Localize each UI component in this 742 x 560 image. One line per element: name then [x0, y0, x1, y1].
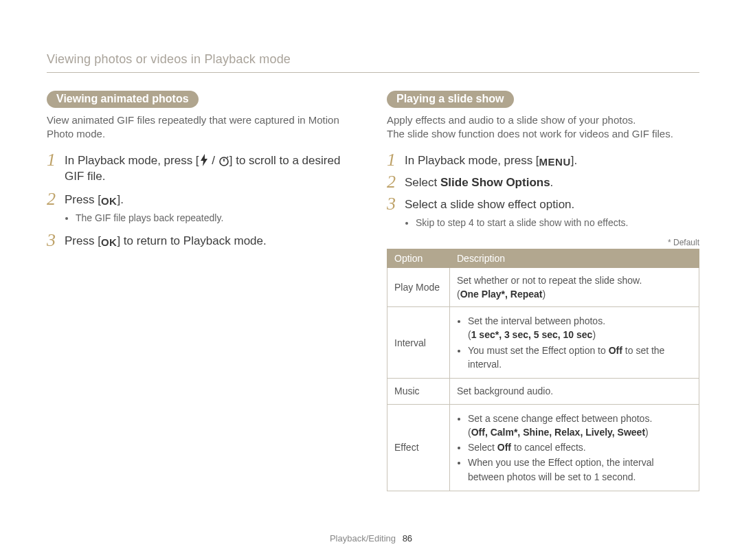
text: to cancel effects. [511, 442, 586, 453]
step-text: Press [OK]. [65, 192, 359, 208]
text: Set whether or not to repeat the slide s… [457, 275, 642, 286]
bold-text: Off, Calm*, Shine, Relax, Lively, Sweet [471, 427, 645, 438]
manual-page: Viewing photos or videos in Playback mod… [0, 0, 742, 560]
opt-desc: Set a scene change effect between photos… [450, 404, 699, 491]
right-step-3-note: Skip to step 4 to start a slide show wit… [405, 217, 699, 228]
text: In Playback mode, press [ [65, 154, 199, 167]
text: . [550, 176, 554, 189]
opt-name: Play Mode [387, 267, 450, 307]
left-step-2-note: The GIF file plays back repeatedly. [65, 212, 359, 223]
bold-text: One Play*, Repeat [460, 289, 543, 300]
left-step-2: 2 Press [OK]. [47, 192, 359, 208]
text: ]. [571, 154, 577, 167]
text: ] to return to Playback mode. [117, 234, 266, 247]
left-intro-text: View animated GIF files repeatedly that … [47, 113, 359, 142]
list-item: Set a scene change effect between photos… [468, 412, 692, 440]
section-heading-left: Viewing animated photos [47, 91, 199, 108]
page-number: 86 [403, 533, 412, 544]
right-intro-text: Apply effects and audio to a slide show … [387, 113, 699, 142]
opt-name: Effect [387, 404, 450, 491]
step-text: In Playback mode, press [MENU]. [405, 153, 699, 169]
table-row: Interval Set the interval between photos… [387, 307, 699, 379]
text: The slide show function does not work fo… [387, 128, 673, 139]
header-rule [47, 72, 699, 73]
text: You must set the Effect option to [468, 345, 609, 356]
step-number: 3 [47, 232, 65, 249]
right-column: Playing a slide show Apply effects and a… [387, 91, 699, 491]
right-step-2: 2 Select Slide Show Options. [387, 175, 699, 191]
list-item: When you use the Effect option, the inte… [468, 456, 692, 484]
flash-icon [199, 154, 209, 167]
page-footer: Playback/Editing 86 [0, 533, 742, 544]
opt-name: Music [387, 379, 450, 404]
right-step-1: 1 In Playback mode, press [MENU]. [387, 153, 699, 169]
step-number: 2 [47, 190, 65, 208]
text: ]. [117, 193, 123, 206]
step-number: 2 [387, 173, 405, 191]
right-step-3: 3 Select a slide show effect option. [387, 197, 699, 213]
bold-text: Off [609, 345, 622, 356]
table-row: Music Set background audio. [387, 379, 699, 404]
step-text: Press [OK] to return to Playback mode. [65, 233, 359, 249]
left-step-3: 3 Press [OK] to return to Playback mode. [47, 233, 359, 249]
opt-desc: Set background audio. [450, 379, 699, 404]
opt-desc: Set the interval between photos. (1 sec*… [450, 307, 699, 379]
list-item: Select Off to cancel effects. [468, 440, 692, 454]
left-step-1: 1 In Playback mode, press [ / ] to scrol… [47, 153, 359, 186]
step-text: Select a slide show effect option. [405, 197, 699, 213]
list-item: Set the interval between photos. (1 sec*… [468, 314, 692, 342]
ok-icon: OK [101, 235, 117, 249]
table-row: Effect Set a scene change effect between… [387, 404, 699, 491]
step-number: 3 [387, 195, 405, 213]
text: Press [ [65, 193, 101, 206]
step-text: In Playback mode, press [ / ] to scroll … [65, 153, 359, 186]
left-column: Viewing animated photos View animated GI… [47, 91, 359, 491]
bold-text: Slide Show Options [440, 176, 550, 189]
default-marker: * Default [387, 238, 699, 247]
note-text: The GIF file plays back repeatedly. [76, 212, 359, 223]
slash: / [209, 154, 218, 167]
bold-text: Off [497, 442, 511, 453]
table-row: Play Mode Set whether or not to repeat t… [387, 267, 699, 307]
text: Press [ [65, 234, 101, 247]
ok-icon: OK [101, 194, 117, 208]
text: Apply effects and audio to a slide show … [387, 114, 636, 126]
timer-icon [218, 154, 229, 167]
text: Set the interval between photos. [468, 315, 605, 326]
footer-section: Playback/Editing [330, 533, 396, 544]
opt-desc: Set whether or not to repeat the slide s… [450, 267, 699, 307]
svg-line-2 [227, 157, 228, 158]
note-text: Skip to step 4 to start a slide show wit… [416, 217, 699, 228]
step-number: 1 [387, 151, 405, 169]
text: Select [405, 176, 440, 189]
th-description: Description [450, 249, 699, 267]
two-column-layout: Viewing animated photos View animated GI… [47, 91, 699, 491]
th-option: Option [387, 249, 450, 267]
options-table: Option Description Play Mode Set whether… [387, 249, 699, 492]
text: In Playback mode, press [ [405, 154, 539, 167]
text: Select [468, 442, 497, 453]
bold-text: 1 sec*, 3 sec, 5 sec, 10 sec [471, 329, 593, 340]
step-text: Select Slide Show Options. [405, 175, 699, 191]
page-header: Viewing photos or videos in Playback mod… [47, 52, 699, 67]
step-number: 1 [47, 151, 65, 169]
menu-icon: MENU [539, 155, 571, 169]
text: Set a scene change effect between photos… [468, 413, 652, 424]
section-heading-right: Playing a slide show [387, 91, 514, 108]
opt-name: Interval [387, 307, 450, 379]
list-item: You must set the Effect option to Off to… [468, 344, 692, 372]
